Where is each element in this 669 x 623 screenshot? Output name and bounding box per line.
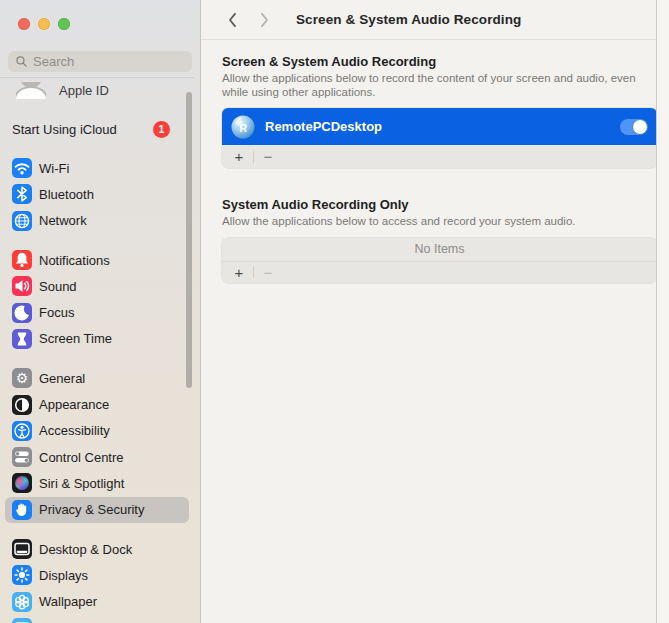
sidebar-item-general[interactable]: ⚙General (5, 365, 189, 391)
sidebar-item-label: Displays (39, 568, 88, 583)
sidebar: Search Apple ID Start Using iCloud 1 Wi-… (0, 0, 201, 623)
bluetooth-icon (12, 184, 32, 204)
sidebar-item-label: Network (39, 213, 87, 228)
sidebar-item-screen-saver[interactable]: Screen Saver (5, 615, 189, 623)
sidebar-item-control-centre[interactable]: Control Centre (5, 444, 189, 470)
navigation-header: Screen & System Audio Recording (201, 0, 656, 40)
system-audio-app-list: No Items + − (222, 238, 657, 283)
sidebar-item-sound[interactable]: Sound (5, 273, 189, 299)
sidebar-scroll-area[interactable]: Apple ID Start Using iCloud 1 Wi-FiBluet… (0, 77, 194, 623)
toggle-knob (633, 120, 647, 134)
gear-icon: ⚙ (12, 368, 32, 388)
section-system-audio: System Audio Recording Only Allow the ap… (222, 197, 656, 283)
main-pane: Screen & System Audio Recording Screen &… (201, 0, 656, 623)
sidebar-item-label: Bluetooth (39, 187, 94, 202)
hourglass-icon (12, 329, 32, 349)
sidebar-item-focus[interactable]: Focus (5, 299, 189, 325)
toggles-icon (12, 447, 32, 467)
notification-badge: 1 (153, 121, 170, 138)
wifi-icon (12, 158, 32, 178)
sidebar-group: ⚙GeneralAppearanceAccessibilityControl C… (0, 365, 194, 523)
sidebar-item-label: Accessibility (39, 423, 110, 438)
screen-recording-toggle[interactable] (620, 119, 648, 135)
window-controls (18, 18, 70, 30)
footer-divider (253, 151, 254, 163)
screensaver-icon (12, 618, 32, 623)
section-description: Allow the applications below to access a… (222, 215, 652, 229)
sidebar-item-label: Wallpaper (39, 594, 97, 609)
sidebar-item-label: Screen Time (39, 331, 112, 346)
flower-icon (12, 592, 32, 612)
chevron-left-icon (227, 11, 238, 29)
svg-text:R: R (239, 122, 247, 134)
apple-id-label: Apple ID (59, 83, 109, 98)
list-footer: + − (222, 262, 657, 283)
dock-icon (12, 539, 32, 559)
icloud-label: Start Using iCloud (12, 122, 117, 137)
sidebar-item-screen-time[interactable]: Screen Time (5, 326, 189, 352)
sidebar-item-label: Privacy & Security (39, 502, 144, 517)
hand-icon (12, 500, 32, 520)
sidebar-item-label: Siri & Spotlight (39, 476, 124, 491)
sidebar-item-notifications[interactable]: Notifications (5, 247, 189, 273)
bell-icon (12, 250, 32, 270)
sidebar-scrollbar[interactable] (186, 92, 192, 388)
empty-state-row: No Items (222, 238, 657, 262)
accessibility-icon (12, 421, 32, 441)
empty-state-label: No Items (414, 242, 464, 256)
sidebar-item-privacy[interactable]: Privacy & Security (5, 497, 189, 523)
sidebar-item-start-using-icloud[interactable]: Start Using iCloud 1 (12, 116, 182, 142)
moon-icon (12, 303, 32, 323)
section-heading: Screen & System Audio Recording (222, 54, 656, 69)
sidebar-item-label: General (39, 371, 85, 386)
sidebar-item-label: Desktop & Dock (39, 542, 132, 557)
add-app-button[interactable]: + (228, 145, 250, 168)
app-name: RemotePCDesktop (265, 119, 620, 134)
sidebar-item-network[interactable]: Network (5, 208, 189, 234)
globe-icon (12, 211, 32, 231)
sidebar-item-label: Notifications (39, 253, 110, 268)
avatar (16, 82, 46, 99)
sidebar-item-label: Sound (39, 279, 77, 294)
screen-recording-app-list: R RemotePCDesktop + − (222, 108, 657, 168)
sidebar-item-apple-id[interactable]: Apple ID (16, 80, 194, 100)
sidebar-item-label: Appearance (39, 397, 109, 412)
remove-app-button[interactable]: − (257, 145, 279, 168)
close-window-button[interactable] (18, 18, 30, 30)
sidebar-item-wallpaper[interactable]: Wallpaper (5, 588, 189, 614)
sidebar-item-displays[interactable]: Displays (5, 562, 189, 588)
footer-divider (253, 266, 254, 278)
add-app-button[interactable]: + (228, 261, 250, 283)
remotepcdesktop-app-icon: R (230, 114, 256, 140)
minimize-window-button[interactable] (38, 18, 50, 30)
sidebar-item-desktop-dock[interactable]: Desktop & Dock (5, 536, 189, 562)
speaker-icon (12, 276, 32, 296)
sidebar-group: Wi-FiBluetoothNetwork (0, 155, 194, 234)
app-row-remotepcdesktop[interactable]: R RemotePCDesktop (222, 108, 657, 145)
sidebar-item-label: Focus (39, 305, 74, 320)
zoom-window-button[interactable] (58, 18, 70, 30)
search-input[interactable]: Search (8, 51, 192, 72)
sidebar-item-wifi[interactable]: Wi-Fi (5, 155, 189, 181)
content-scrollbar-gutter (656, 0, 669, 623)
search-placeholder: Search (33, 54, 74, 69)
siri-icon (12, 473, 32, 493)
remove-app-button: − (257, 261, 279, 283)
sidebar-item-appearance[interactable]: Appearance (5, 391, 189, 417)
page-title: Screen & System Audio Recording (296, 12, 521, 27)
section-heading: System Audio Recording Only (222, 197, 656, 212)
section-screen-recording: Screen & System Audio Recording Allow th… (222, 54, 656, 168)
sidebar-item-label: Wi-Fi (39, 161, 69, 176)
sidebar-group: NotificationsSoundFocusScreen Time (0, 247, 194, 352)
chevron-right-icon (259, 11, 270, 29)
search-icon (15, 55, 28, 68)
contrast-icon (12, 395, 32, 415)
brightness-icon (12, 565, 32, 585)
sidebar-group: Desktop & DockDisplaysWallpaperScreen Sa… (0, 536, 194, 623)
forward-button[interactable] (253, 8, 275, 32)
back-button[interactable] (221, 8, 243, 32)
sidebar-item-siri[interactable]: Siri & Spotlight (5, 470, 189, 496)
section-description: Allow the applications below to record t… (222, 72, 652, 99)
sidebar-item-bluetooth[interactable]: Bluetooth (5, 181, 189, 207)
sidebar-item-accessibility[interactable]: Accessibility (5, 418, 189, 444)
